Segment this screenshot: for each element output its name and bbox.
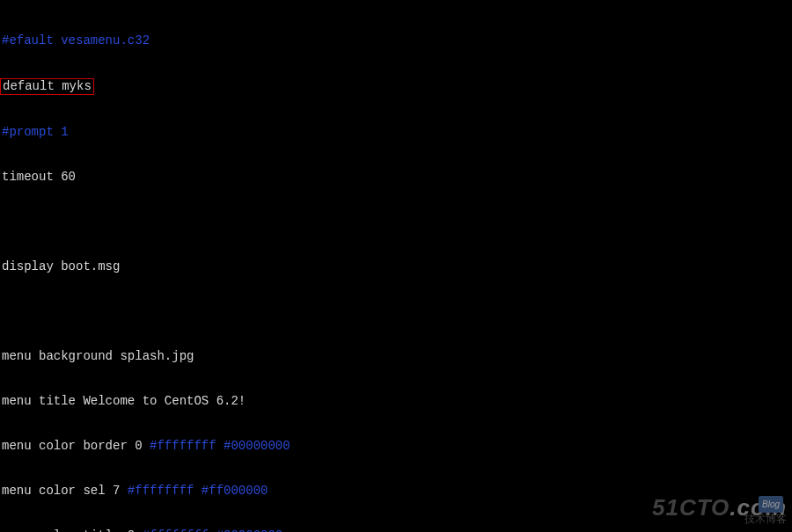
default-line: default myks (2, 78, 790, 95)
blank-line (2, 304, 790, 319)
config-line: menu color sel 7 #ffffffff #ff000000 (2, 484, 790, 499)
config-line: timeout 60 (2, 170, 790, 185)
config-line: menu color border 0 #ffffffff #00000000 (2, 439, 790, 454)
comment-line: #efault vesamenu.c32 (2, 33, 790, 48)
config-line: menu background splash.jpg (2, 349, 790, 364)
terminal-editor[interactable]: #efault vesamenu.c32 default myks #promp… (0, 0, 792, 532)
comment-line: #prompt 1 (2, 125, 790, 140)
highlight-default: default myks (0, 78, 94, 95)
config-line: display boot.msg (2, 259, 790, 274)
config-line: menu color title 0 #ffffffff #00000000 (2, 528, 790, 532)
blank-line (2, 215, 790, 230)
config-line: menu title Welcome to CentOS 6.2! (2, 394, 790, 409)
